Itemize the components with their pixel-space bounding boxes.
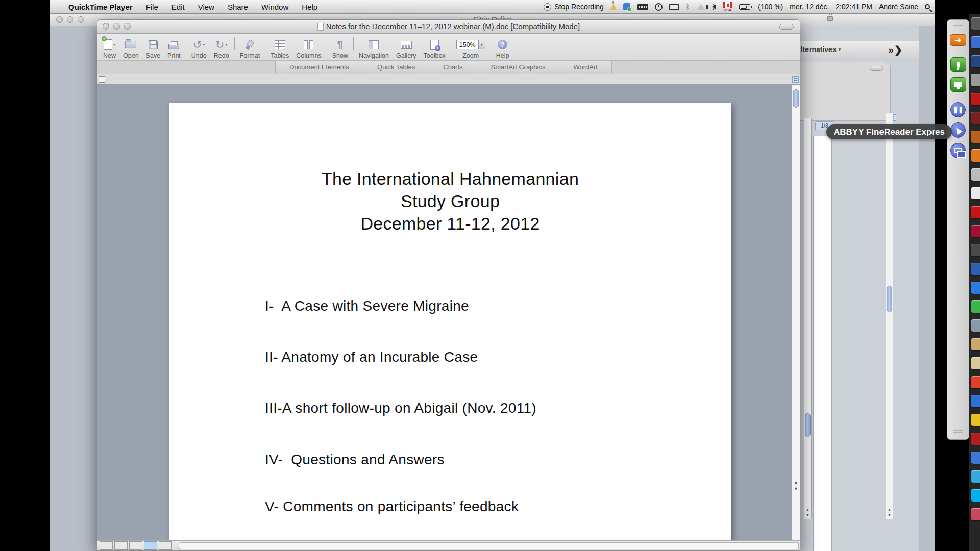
tables-button[interactable]: Tables <box>267 34 292 60</box>
displays-menu-icon[interactable] <box>669 4 679 10</box>
dock-icon[interactable] <box>971 395 980 407</box>
menu-clock[interactable]: 2:02:41 PM <box>836 3 872 11</box>
keyboard-menu-icon[interactable] <box>637 4 648 10</box>
document-page[interactable]: The International Hahnemannian Study Gro… <box>169 103 731 540</box>
dock-icon[interactable] <box>971 489 980 502</box>
bluetooth-icon[interactable]: ᛒ <box>685 3 690 11</box>
scrollbar-thumb[interactable] <box>805 413 811 437</box>
tab-document-elements[interactable]: Document Elements <box>275 61 363 74</box>
dock-icon[interactable] <box>971 508 980 520</box>
dropbox-menu-icon[interactable] <box>623 3 630 10</box>
volume-icon[interactable] <box>712 4 716 9</box>
redo-button[interactable]: ↻▾ Redo <box>210 34 233 60</box>
new-button[interactable]: ▾ New <box>100 34 119 60</box>
word-titlebar[interactable]: Notes for the December 11–12, 2012 webin… <box>97 20 800 34</box>
dock-icon[interactable] <box>971 168 980 181</box>
mute-microphone-button[interactable] <box>950 57 966 72</box>
scrollbar-arrows[interactable]: ▲ ▼ <box>804 508 811 518</box>
view-notebook-button[interactable] <box>159 541 172 550</box>
dock-icon[interactable] <box>971 74 980 86</box>
format-button[interactable]: Format <box>236 34 264 60</box>
save-button[interactable]: Save <box>142 34 164 60</box>
word-scrollbar-track[interactable]: ▲ ▼ <box>792 85 800 540</box>
dock-icon[interactable] <box>971 225 980 237</box>
menu-file[interactable]: File <box>146 3 158 11</box>
scrollbar-arrows[interactable]: ▲ ▼ <box>886 508 893 518</box>
menu-quicktime[interactable]: QuickTime Player <box>68 3 133 11</box>
chevron-down-icon[interactable]: ▾ <box>203 42 205 47</box>
spotlight-icon[interactable] <box>925 4 930 9</box>
dock-icon[interactable] <box>971 470 980 483</box>
dock-icon[interactable] <box>971 452 980 464</box>
change-screen-button[interactable] <box>950 143 966 158</box>
flask-menu-icon[interactable] <box>610 4 617 10</box>
menu-help[interactable]: Help <box>302 3 317 11</box>
dock-icon[interactable] <box>971 93 980 105</box>
dock-icon[interactable] <box>971 357 980 369</box>
navigation-button[interactable]: Navigation <box>355 34 393 60</box>
dock-icon[interactable] <box>971 282 980 294</box>
time-machine-icon[interactable] <box>655 3 663 11</box>
dock-icon[interactable] <box>971 112 980 124</box>
view-publishing-button[interactable] <box>129 541 142 550</box>
print-button[interactable]: Print <box>164 34 184 60</box>
tab-smartart-graphics[interactable]: SmartArt Graphics <box>477 61 560 74</box>
pause-button[interactable]: ❚❚ <box>950 102 966 117</box>
chevron-down-icon[interactable]: ▾ <box>113 42 115 47</box>
dock-icon[interactable] <box>971 17 980 30</box>
dock-icon[interactable] <box>971 433 980 445</box>
view-print-layout-button[interactable] <box>144 541 157 550</box>
dock-icon[interactable] <box>971 376 980 388</box>
undo-button[interactable]: ↺▾ Undo <box>188 34 210 60</box>
screen-share-button[interactable] <box>950 77 966 92</box>
view-outline-button[interactable] <box>114 541 128 550</box>
document-area[interactable]: The International Hahnemannian Study Gro… <box>97 85 792 540</box>
tab-charts[interactable]: Charts <box>429 61 477 74</box>
battery-icon[interactable] <box>739 4 750 10</box>
toolbar-pill-button[interactable] <box>870 66 883 71</box>
gallery-button[interactable]: Gallery <box>393 34 420 60</box>
columns-button[interactable]: Columns <box>292 34 325 60</box>
menu-view[interactable]: View <box>198 3 214 11</box>
word-window[interactable]: Notes for the December 11–12, 2012 webin… <box>97 19 800 551</box>
menu-date[interactable]: mer. 12 déc. <box>790 3 829 11</box>
scrollbar-track[interactable]: ▲ ▼ <box>804 118 812 519</box>
tab-stop-selector[interactable] <box>99 76 105 83</box>
horizontal-scrollbar[interactable] <box>178 542 799 549</box>
dock-icon[interactable] <box>971 187 980 199</box>
toolbox-button[interactable]: Toolbox <box>420 34 449 60</box>
wifi-icon[interactable] <box>696 4 705 10</box>
dock-icon[interactable] <box>971 338 980 350</box>
chevron-down-icon[interactable]: ▾ <box>225 42 227 47</box>
zoom-control[interactable]: 150% ▾ Zoom <box>453 34 489 60</box>
open-button[interactable]: Open <box>119 34 142 60</box>
menu-edit[interactable]: Edit <box>172 3 185 11</box>
dock-icon[interactable] <box>971 149 980 162</box>
drag-grip[interactable] <box>953 23 963 27</box>
dock-icon[interactable] <box>971 244 980 256</box>
alternatives-menu-button[interactable]: Alternatives ▾ <box>796 45 841 54</box>
toolbar-toggle-pill[interactable] <box>779 24 794 30</box>
tab-wordart[interactable]: WordArt <box>559 61 611 74</box>
menu-window[interactable]: Window <box>261 3 288 11</box>
input-source-flag[interactable]: CSA <box>723 2 732 12</box>
view-draft-button[interactable] <box>100 541 113 550</box>
webinar-control-strip[interactable]: ➔ ❚❚ <box>947 19 969 440</box>
zoom-input[interactable]: 150% <box>456 40 479 49</box>
scrollbar-track[interactable]: ▲ ▼ <box>886 113 893 519</box>
toolbar-overflow-chevrons[interactable]: » ❯ <box>888 44 901 56</box>
dock-icon[interactable] <box>971 131 980 143</box>
split-handle[interactable] <box>792 76 799 83</box>
dock-icon[interactable] <box>971 319 980 332</box>
dock-icon[interactable] <box>971 55 980 67</box>
zoom-dropdown-button[interactable]: ▾ <box>479 40 485 49</box>
tab-quick-tables[interactable]: Quick Tables <box>363 61 429 74</box>
scrollbar-thumb[interactable] <box>887 286 892 312</box>
dock-icon[interactable] <box>971 263 980 275</box>
dock-icon[interactable] <box>971 36 980 48</box>
drag-grip[interactable] <box>953 430 963 434</box>
dock-icon[interactable] <box>971 414 980 426</box>
stop-recording-button[interactable]: Stop Recording <box>544 3 604 11</box>
user-menu[interactable]: André Saine <box>879 3 918 11</box>
menu-share[interactable]: Share <box>228 3 248 11</box>
